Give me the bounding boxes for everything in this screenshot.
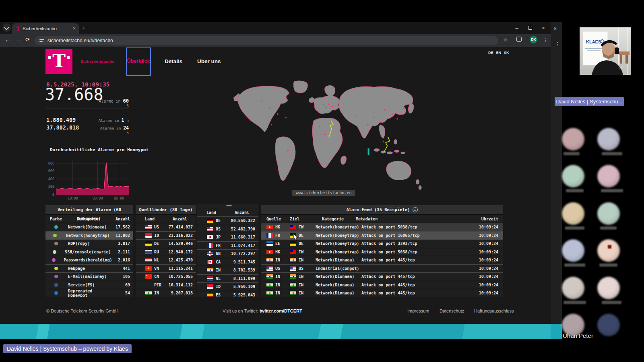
participant-avatar[interactable] (562, 277, 584, 299)
participant-avatar[interactable] (562, 128, 584, 150)
lang-en[interactable]: EN (496, 51, 502, 55)
table-row[interactable]: RDP(rdpy)3.817 (45, 239, 133, 248)
table-row[interactable]: US52.482.790 (197, 225, 258, 233)
table-row[interactable]: IN8.702.539 (197, 266, 258, 274)
alarm-count-60s: 37.668 (45, 86, 103, 103)
footer-copyright: © Deutsche Telekom Security GmbH (46, 309, 118, 313)
forward-button[interactable]: → (15, 37, 21, 43)
new-tab-button[interactable]: + (82, 24, 86, 31)
address-bar[interactable]: sicherheitstacho.eu/#/de/tacho (35, 36, 498, 45)
alarm-feed-row[interactable]: HKTWNetwork(honeytrap)Attack on port 503… (261, 223, 503, 231)
tab-favicon: T (16, 26, 20, 32)
tab-close-icon[interactable]: × (72, 25, 76, 31)
participant-avatar[interactable] (597, 128, 620, 150)
table-row[interactable]: Webpage441 (45, 264, 133, 273)
table-row[interactable]: ID5.950.109 (197, 282, 258, 291)
category-color-dot (54, 267, 58, 270)
table-row[interactable]: Network(Dionaea)17.562 (45, 223, 133, 231)
nav-tab-ueber-uns[interactable]: Über uns (197, 58, 221, 64)
lang-sk[interactable]: SK (504, 51, 509, 55)
table-row[interactable]: JP11.660.317 (197, 233, 258, 241)
twitter-link[interactable]: twitter.com/DTCERT (260, 309, 302, 313)
table-row[interactable]: DE14.529.946 (136, 239, 196, 248)
browser-toolbar: ← → ⟳ sicherheitstacho.eu/#/de/tacho ☆ D… (0, 34, 551, 47)
participant-avatar[interactable] (562, 202, 584, 225)
alarm-feed-row[interactable]: ININNetwork(Dionaea)Attack on port 445/t… (261, 272, 503, 281)
table-row[interactable]: CA9.511.745 (197, 258, 258, 266)
table-row[interactable]: Passwords(heralding)2.016 (45, 256, 133, 264)
alarm-feed-row[interactable]: ININNetwork(Dionaea)Attack on port 445/t… (261, 281, 503, 289)
nav-tab-ueberblick[interactable]: Überblick (126, 47, 151, 76)
table-row[interactable]: IN9.207.018 (136, 289, 196, 297)
footer-link-datenschutz[interactable]: Datenschutz (440, 309, 464, 313)
participant-avatar[interactable] (562, 239, 584, 262)
table-row[interactable]: PIR10.314.112 (136, 281, 196, 289)
participant-avatar[interactable] (597, 314, 620, 336)
table-row[interactable]: VN11.115.241 (136, 264, 196, 273)
participant-avatar[interactable] (597, 239, 620, 262)
sicherheitstacho-page: T Sicherheitstacho Überblick Details Übe… (0, 47, 551, 339)
url-text: sicherheitstacho.eu/#/de/tacho (47, 38, 113, 43)
participant-avatar[interactable] (597, 202, 620, 225)
table-row[interactable]: GB10.772.297 (197, 249, 258, 258)
footer-link-impressum[interactable]: Impressum (407, 309, 429, 313)
footer-link-haftungsausschluss[interactable]: Haftungsausschluss (474, 309, 514, 313)
browser-menu-icon[interactable]: ⋮ (543, 37, 548, 43)
close-button[interactable]: × (539, 23, 548, 33)
table-row[interactable]: CN10.725.055 (136, 272, 196, 281)
panel-title: Alarm-Feed (35 Beispiele)i (261, 205, 503, 215)
profile-badge[interactable]: DK (530, 36, 537, 43)
nav-tab-details[interactable]: Details (165, 58, 182, 64)
minimize-button[interactable]: – (512, 23, 522, 33)
table-row[interactable]: RU12.940.172 (136, 248, 196, 256)
participant-avatar[interactable] (562, 165, 584, 187)
lang-de[interactable]: DE (488, 51, 493, 55)
close-panel-icon[interactable]: × (553, 25, 557, 32)
alarm-feed-row[interactable]: HKTWNetwork(honeytrap)Attack on port 503… (261, 248, 503, 256)
world-map[interactable]: www.sicherheitstacho.eu (233, 76, 425, 203)
tab-search-chevron[interactable] (2, 23, 11, 32)
back-button[interactable]: ← (5, 37, 10, 43)
bookmark-star-icon[interactable]: ☆ (503, 37, 508, 43)
participant-avatar[interactable] (597, 165, 620, 187)
flag-icon-in (290, 258, 296, 262)
table-row[interactable]: E-Mail(mailoney)105 (45, 272, 133, 281)
site-brand: Sicherheitstacho (80, 59, 115, 64)
table-row[interactable]: ID21.316.822 (136, 231, 196, 240)
table-row[interactable]: NL12.425.470 (136, 256, 196, 264)
telekom-logo[interactable]: T (45, 49, 72, 74)
screen: T Sicherheitstacho × + – × ← → ⟳ sicherh… (0, 0, 644, 362)
maximize-button[interactable] (525, 23, 535, 33)
alarm-feed-row[interactable]: ININNetwork(Dionaea)Attack on port 445/t… (261, 289, 503, 297)
scrollbar-thumb[interactable] (226, 205, 232, 206)
table-row[interactable]: SSH/console(cowrie)2.111 (45, 248, 133, 256)
flag-icon-in (266, 283, 273, 287)
table-row[interactable]: ES5.925.043 (197, 291, 258, 297)
flag-icon-cn (145, 274, 152, 279)
alarm-count-1h-label: Alarme in 1 h (96, 117, 129, 123)
info-icon[interactable]: i (413, 207, 418, 212)
webcam-tile[interactable]: KLAES Klaes (580, 27, 631, 75)
category-color-dot (54, 225, 58, 229)
alarm-feed-row[interactable]: ININNetwork(Dionaea)Attack on port 445/t… (261, 256, 503, 264)
reload-button[interactable]: ⟳ (25, 37, 30, 43)
site-info-icon[interactable] (39, 39, 44, 43)
table-row[interactable]: FR11.074.417 (197, 241, 258, 250)
category-color-dot (53, 234, 57, 237)
table-row[interactable]: NL8.111.099 (197, 274, 258, 283)
more-options-icon[interactable]: ⋮ (555, 43, 560, 45)
alarm-feed-row[interactable]: USUSIndustrial(conpot)10:09:24 (261, 264, 503, 273)
flag-icon-es (207, 293, 213, 297)
table-row[interactable]: Service(ES)69 (45, 281, 133, 289)
extensions-icon[interactable] (516, 37, 522, 43)
table-row[interactable]: US77.414.037 (136, 223, 196, 231)
flag-icon-nl (145, 258, 152, 262)
table-row[interactable]: Deprecated Honeypot54 (45, 289, 133, 297)
table-row[interactable]: Network(honeytrap)11.802 (45, 231, 133, 240)
participant-avatar[interactable] (597, 277, 620, 299)
browser-tab[interactable]: T Sicherheitstacho × (12, 23, 79, 34)
browser-tabstrip: T Sicherheitstacho × + – × (0, 22, 551, 34)
participant-name-blurred (564, 263, 585, 267)
no-flag (145, 283, 152, 287)
table-row[interactable]: DE80.550.322 (197, 216, 258, 225)
